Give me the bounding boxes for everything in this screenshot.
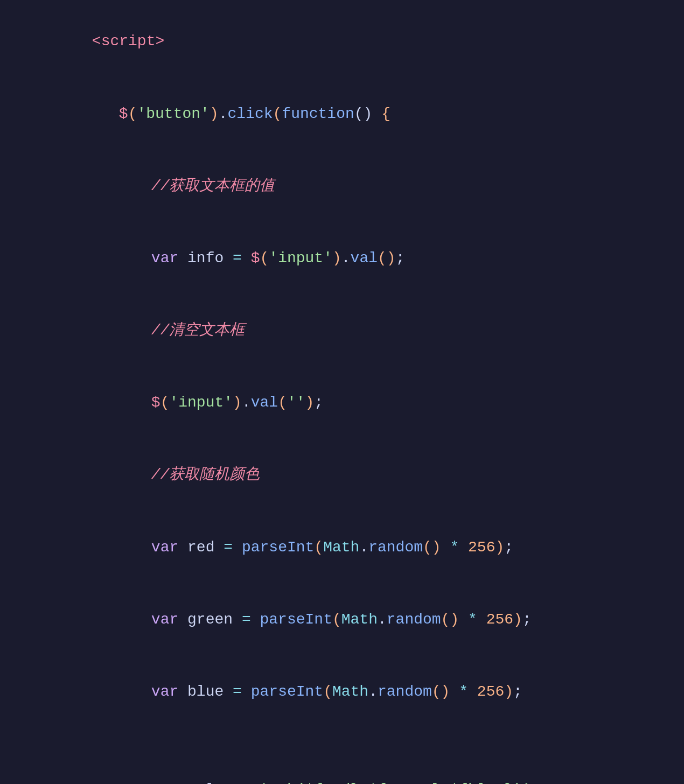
- code-line: //获取随机颜色: [0, 439, 684, 511]
- line-content: var info = $('input').val();: [32, 223, 684, 293]
- line-content: //获取随机颜色: [32, 440, 684, 510]
- identifier: info: [187, 250, 224, 267]
- code-line: [0, 728, 684, 753]
- obj: Math: [323, 539, 359, 556]
- fn: parseInt: [242, 539, 314, 556]
- paren: (: [128, 106, 137, 122]
- space: [178, 250, 187, 267]
- identifier: green: [187, 611, 233, 628]
- identifier: blue: [187, 683, 224, 700]
- code-line: $('button').click(function() {: [0, 78, 684, 150]
- semicolon: ;: [314, 394, 323, 411]
- paren: (): [378, 250, 396, 267]
- space: [242, 250, 251, 267]
- paren: (): [423, 539, 441, 556]
- semicolon: ;: [513, 683, 522, 700]
- space: [242, 683, 251, 700]
- semicolon: ;: [522, 611, 532, 628]
- space: [459, 539, 468, 556]
- code-line: var blue = parseInt(Math.random() * 256)…: [0, 656, 684, 728]
- number: 256: [486, 611, 513, 628]
- method: random: [378, 683, 432, 700]
- space: [178, 683, 187, 700]
- keyword-var: var: [151, 611, 178, 628]
- paren: ): [504, 683, 513, 700]
- paren: ): [332, 250, 341, 267]
- space: [251, 611, 260, 628]
- operator: =: [224, 539, 233, 556]
- dot: .: [359, 539, 368, 556]
- method: val: [351, 250, 378, 267]
- code-line: var info = $('input').val();: [0, 222, 684, 295]
- line-content: var red = parseInt(Math.random() * 256);: [32, 512, 684, 582]
- dollar: $: [151, 394, 160, 411]
- code-editor: <script> $('button').click(function() { …: [0, 0, 684, 784]
- method: val: [251, 394, 278, 411]
- code-line: var red = parseInt(Math.random() * 256);: [0, 511, 684, 583]
- paren: ): [513, 611, 522, 628]
- string: 'button': [137, 106, 209, 122]
- space: [233, 781, 242, 785]
- paren: (): [441, 611, 459, 628]
- code-line: //获取文本框的值: [0, 150, 684, 222]
- comment: //获取随机颜色: [151, 466, 260, 483]
- keyword-var: var: [151, 683, 178, 700]
- string: 'input': [169, 394, 233, 411]
- space: [441, 539, 450, 556]
- space: [477, 611, 486, 628]
- punc: (): [354, 106, 381, 122]
- comment: //清空文本框: [151, 322, 245, 339]
- operator: =: [242, 781, 251, 785]
- dot: .: [378, 611, 387, 628]
- operator: =: [242, 611, 251, 628]
- tag: <script>: [92, 33, 164, 50]
- line-content: <script>: [32, 6, 684, 76]
- method: click: [228, 106, 273, 122]
- operator: *: [459, 683, 468, 700]
- space: [459, 611, 468, 628]
- keyword-var: var: [151, 781, 178, 785]
- identifier: color: [187, 781, 233, 785]
- line-content: var color = `rgb(${red},${green},${blue}…: [32, 754, 684, 784]
- line-content: var green = parseInt(Math.random() * 256…: [32, 584, 684, 654]
- paren: (: [160, 394, 170, 411]
- method: random: [368, 539, 423, 556]
- dollar: $: [251, 250, 260, 267]
- code-line: var color = `rgb(${red},${green},${blue}…: [0, 753, 684, 784]
- space: [214, 539, 224, 556]
- paren: (): [432, 683, 450, 700]
- string: 'input': [269, 250, 332, 267]
- keyword-var: var: [151, 539, 178, 556]
- space: [178, 781, 187, 785]
- operator: =: [233, 683, 242, 700]
- space: [233, 611, 242, 628]
- keyword: function: [282, 106, 354, 122]
- line-content: //获取文本框的值: [32, 151, 684, 221]
- line-content: var blue = parseInt(Math.random() * 256)…: [32, 657, 684, 727]
- paren: ): [495, 539, 504, 556]
- line-content: $('input').val('');: [32, 368, 684, 438]
- space: [178, 539, 187, 556]
- line-content: //清空文本框: [32, 296, 684, 366]
- identifier: red: [187, 539, 214, 556]
- fn: parseInt: [251, 683, 323, 700]
- operator: =: [233, 250, 242, 267]
- space: [233, 539, 242, 556]
- paren: (: [332, 611, 341, 628]
- method: random: [387, 611, 441, 628]
- dot: .: [368, 683, 378, 700]
- template-literal: `rgb(${red},${green},${blue})`: [260, 781, 532, 785]
- fn: parseInt: [260, 611, 332, 628]
- code-line: var green = parseInt(Math.random() * 256…: [0, 583, 684, 655]
- paren: ): [210, 106, 219, 122]
- space: [251, 781, 260, 785]
- dot: .: [341, 250, 351, 267]
- paren: ): [305, 394, 315, 411]
- paren: (: [278, 394, 287, 411]
- brace: {: [381, 106, 390, 122]
- paren: (: [260, 250, 269, 267]
- space: [224, 683, 233, 700]
- semicolon: ;: [504, 539, 513, 556]
- semicolon: ;: [396, 250, 405, 267]
- comment: //获取文本框的值: [151, 178, 275, 194]
